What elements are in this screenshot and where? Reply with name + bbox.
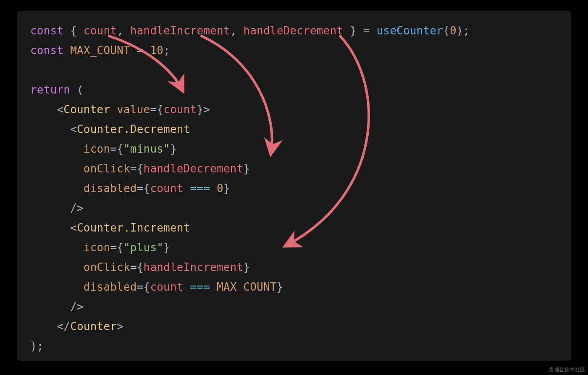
code-line-14: disabled={count === MAX_COUNT} [30, 281, 283, 293]
watermark: @掘金技术社区 [549, 366, 585, 373]
code-line-6: <Counter.Decrement [30, 123, 190, 135]
code-line-17: ); [30, 340, 44, 352]
code-line-9: disabled={count === 0} [30, 182, 230, 195]
code-line-11: <Counter.Increment [30, 221, 190, 234]
code-line-8: onClick={handleDecrement} [30, 162, 250, 175]
code-line-1: const { count, handleIncrement, handleDe… [30, 24, 470, 37]
code-block: const { count, handleIncrement, handleDe… [17, 11, 571, 366]
code-line-5: <Counter value={count}> [30, 103, 210, 116]
code-line-13: onClick={handleIncrement} [30, 261, 250, 273]
code-line-16: </Counter> [30, 320, 123, 333]
code-line-7: icon={"minus"} [30, 143, 177, 155]
code-line-15: /> [30, 300, 84, 313]
code-line-10: /> [30, 202, 84, 214]
code-line-12: icon={"plus"} [30, 241, 170, 254]
code-line-4: return ( [30, 83, 84, 96]
code-line-2: const MAX_COUNT = 10; [30, 44, 170, 57]
code-frame: const { count, handleIncrement, handleDe… [17, 11, 571, 361]
